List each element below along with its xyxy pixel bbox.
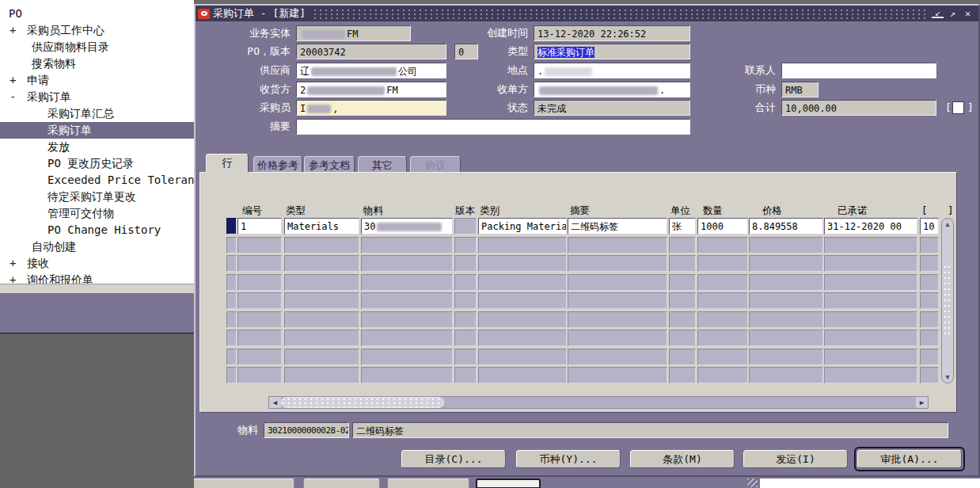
cell-rev[interactable] <box>454 349 477 365</box>
expand-icon[interactable]: + <box>9 72 27 89</box>
cell-item[interactable]: 30 <box>361 218 453 234</box>
terms-button[interactable]: 条款(M) <box>630 450 735 468</box>
table-horizontal-scrollbar[interactable]: ◀ ▶ <box>268 396 929 409</box>
cell-promised[interactable] <box>824 255 917 272</box>
cell-uom[interactable] <box>669 274 696 291</box>
cell-desc[interactable] <box>568 311 667 328</box>
row-selector[interactable] <box>226 311 237 328</box>
cell-rev[interactable] <box>454 218 477 234</box>
minimize-icon[interactable]: ↙ <box>932 8 944 18</box>
cell-type[interactable] <box>284 330 359 346</box>
cell-item[interactable] <box>361 330 453 346</box>
cell-item[interactable] <box>361 311 453 328</box>
expand-icon[interactable]: + <box>9 22 27 39</box>
close-icon[interactable]: ✕ <box>962 8 974 20</box>
summary-field[interactable] <box>296 119 690 135</box>
tree-item-po-summary[interactable]: 采购订单汇总 <box>0 105 194 122</box>
cell-rev[interactable] <box>454 292 477 309</box>
scroll-right-icon[interactable]: ▶ <box>916 397 928 408</box>
cell-type[interactable] <box>284 255 359 272</box>
cell-rev[interactable] <box>454 274 477 291</box>
cell-qty[interactable] <box>697 330 748 346</box>
cell-flexfield[interactable] <box>920 274 939 291</box>
cell-desc[interactable] <box>568 237 667 254</box>
cell-flexfield[interactable] <box>920 292 939 309</box>
cell-type[interactable] <box>284 367 359 383</box>
cell-uom[interactable] <box>669 367 696 383</box>
row-selector[interactable] <box>226 274 237 291</box>
cell-type[interactable] <box>284 237 359 254</box>
tab-more[interactable]: 其它 <box>358 156 407 173</box>
background-button-partial[interactable] <box>387 478 469 488</box>
cell-desc[interactable] <box>568 330 667 346</box>
background-button-partial[interactable] <box>303 478 380 488</box>
cell-item[interactable] <box>361 367 453 383</box>
cell-qty[interactable]: 1000 <box>697 218 748 234</box>
cell-type[interactable]: Materials <box>284 218 359 234</box>
cell-item[interactable] <box>361 255 453 272</box>
scrollbar-thumb[interactable] <box>281 397 444 408</box>
cell-category[interactable] <box>478 367 567 383</box>
tab-agreement[interactable]: 协议 <box>410 156 461 173</box>
tree-item-po[interactable]: PO <box>0 6 194 22</box>
cell-type[interactable] <box>284 349 359 365</box>
tab-lines[interactable]: 行 <box>206 154 249 173</box>
cell-category[interactable] <box>478 292 567 309</box>
type-field[interactable]: 标准采购订单 <box>534 44 690 59</box>
tree-item-receiving[interactable]: +接收 <box>0 255 194 272</box>
cell-qty[interactable] <box>697 292 748 309</box>
created-field[interactable]: 13-12-2020 22:26:52 <box>534 25 690 41</box>
cell-price[interactable] <box>749 237 823 254</box>
cell-price[interactable] <box>749 274 823 291</box>
cell-category[interactable] <box>478 330 567 346</box>
cell-num[interactable] <box>237 255 282 272</box>
contact-field[interactable] <box>781 63 936 78</box>
cell-num[interactable] <box>237 349 282 365</box>
cell-category[interactable] <box>478 237 567 254</box>
tree-item-purchase-order-selected[interactable]: 采购订单 <box>0 122 194 139</box>
cell-rev[interactable] <box>454 311 477 328</box>
tree-item-autocreate[interactable]: 自动创建 <box>0 238 194 255</box>
cell-item[interactable] <box>361 237 453 254</box>
cell-uom[interactable] <box>669 292 696 309</box>
cell-price[interactable] <box>749 292 823 309</box>
row-selector[interactable] <box>226 255 237 272</box>
currency-button[interactable]: 币种(Y)... <box>516 450 621 468</box>
cell-price[interactable] <box>749 311 823 328</box>
approve-button[interactable]: 审批(A)... <box>857 450 962 468</box>
header-flexfield[interactable] <box>952 101 964 114</box>
cell-qty[interactable] <box>697 367 748 383</box>
scroll-left-icon[interactable]: ◀ <box>269 397 281 408</box>
tree-item-requisitions[interactable]: +申请 <box>0 72 194 89</box>
cell-desc[interactable] <box>568 349 667 365</box>
tree-item-search-items[interactable]: 搜索物料 <box>0 55 194 72</box>
cell-promised[interactable] <box>824 349 917 365</box>
cell-qty[interactable] <box>697 274 748 291</box>
cell-qty[interactable] <box>697 349 748 365</box>
tree-item-supplier-item-catalog[interactable]: 供应商物料目录 <box>0 39 194 55</box>
cell-item[interactable] <box>361 349 453 365</box>
business-entity-field[interactable]: FM <box>296 25 411 41</box>
cell-flexfield[interactable]: 10 <box>920 218 939 234</box>
cell-qty[interactable] <box>697 255 748 272</box>
cell-item[interactable] <box>361 274 453 291</box>
cell-desc[interactable] <box>568 292 667 309</box>
status-field[interactable]: 未完成 <box>534 100 690 116</box>
cell-desc[interactable]: 二维码标签 <box>568 218 667 234</box>
restore-icon[interactable]: ↗ <box>947 8 959 20</box>
tree-item-releases[interactable]: 发放 <box>0 139 194 155</box>
tree-item-po-change-history[interactable]: PO Change History <box>0 222 194 238</box>
tree-item-po-change-record[interactable]: PO 更改历史记录 <box>0 155 194 172</box>
cell-promised[interactable] <box>824 330 917 346</box>
cell-promised[interactable] <box>824 237 917 254</box>
cell-type[interactable] <box>284 274 359 291</box>
cell-type[interactable] <box>284 292 359 309</box>
tree-item-manage-deliverables[interactable]: 管理可交付物 <box>0 205 194 222</box>
footer-item-desc-field[interactable]: 二维码标签 <box>352 422 948 438</box>
cell-flexfield[interactable] <box>920 255 939 272</box>
cell-qty[interactable] <box>697 311 748 328</box>
row-selector[interactable] <box>226 218 237 234</box>
cell-num[interactable] <box>237 237 282 254</box>
cell-rev[interactable] <box>454 237 477 254</box>
cell-price[interactable] <box>749 330 823 346</box>
